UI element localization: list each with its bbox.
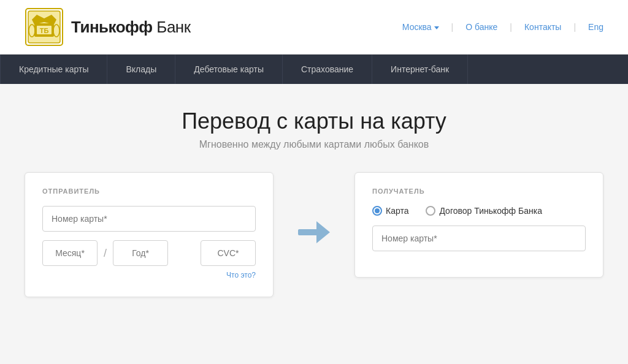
receiver-card-number-input[interactable] <box>372 226 586 251</box>
sender-label: ОТПРАВИТЕЛЬ <box>42 188 256 195</box>
receiver-card: ПОЛУЧАТЕЛЬ Карта Договор Тинькофф Банка <box>354 172 603 278</box>
contacts-link[interactable]: Контакты <box>524 22 561 32</box>
svg-text:ТБ: ТБ <box>40 27 49 34</box>
main-navbar: Кредитные карты Вклады Дебетовые карты С… <box>0 55 628 84</box>
sender-card-number-input[interactable] <box>42 206 256 232</box>
logo-tinkoff: Тинькофф <box>71 18 153 36</box>
logo-area: ТБ Тинькофф Банк <box>25 7 191 47</box>
what-is-this-link[interactable]: Что это? <box>42 271 256 279</box>
transfer-form: ОТПРАВИТЕЛЬ / Что это? ПОЛУЧАТЕЛЬ <box>25 172 603 297</box>
receiver-radio-group: Карта Договор Тинькофф Банка <box>372 206 586 216</box>
sender-year-input[interactable] <box>113 240 168 266</box>
radio-contract-label: Договор Тинькофф Банка <box>439 206 542 216</box>
page-title: Перевод с карты на карту <box>25 108 603 134</box>
nav-item-internet-bank[interactable]: Интернет-банк <box>372 55 468 84</box>
nav-divider-1: | <box>451 22 454 32</box>
header-nav: Москва | О банке | Контакты | Eng <box>402 22 603 32</box>
radio-contract-icon <box>426 206 435 216</box>
header: ТБ Тинькофф Банк Москва | О банке | Конт… <box>0 0 628 55</box>
radio-card-label: Карта <box>386 206 408 216</box>
radio-contract-option[interactable]: Договор Тинькофф Банка <box>426 206 542 216</box>
svg-marker-9 <box>316 221 330 243</box>
slash-icon: / <box>104 247 107 260</box>
city-selector[interactable]: Москва <box>402 22 439 32</box>
nav-item-debit-cards[interactable]: Дебетовые карты <box>175 55 283 84</box>
radio-card-option[interactable]: Карта <box>372 206 408 216</box>
sender-month-input[interactable] <box>42 240 98 266</box>
lang-switcher[interactable]: Eng <box>588 22 603 32</box>
chevron-down-icon <box>434 26 439 29</box>
page-subtitle: Мгновенно между любыми картами любых бан… <box>25 139 603 150</box>
transfer-arrow-icon <box>298 221 330 243</box>
main-content: Перевод с карты на карту Мгновенно между… <box>0 84 628 328</box>
nav-divider-3: | <box>573 22 576 32</box>
logo-icon: ТБ <box>25 7 64 47</box>
about-link[interactable]: О банке <box>465 22 497 32</box>
city-label: Москва <box>402 22 432 32</box>
nav-item-insurance[interactable]: Страхование <box>283 55 372 84</box>
sender-cvc-input[interactable] <box>201 240 256 266</box>
logo-bank: Банк <box>153 18 191 36</box>
sender-expiry-row: / <box>42 240 256 266</box>
logo-text: Тинькофф Банк <box>71 18 191 37</box>
receiver-label: ПОЛУЧАТЕЛЬ <box>372 188 586 195</box>
radio-card-icon <box>372 206 382 216</box>
nav-divider-2: | <box>510 22 512 32</box>
nav-item-credit-cards[interactable]: Кредитные карты <box>0 55 107 84</box>
cvc-section <box>201 240 256 266</box>
nav-item-deposits[interactable]: Вклады <box>107 55 175 84</box>
arrow-container <box>298 172 330 243</box>
svg-rect-8 <box>298 229 319 235</box>
sender-card: ОТПРАВИТЕЛЬ / Что это? <box>25 172 274 297</box>
